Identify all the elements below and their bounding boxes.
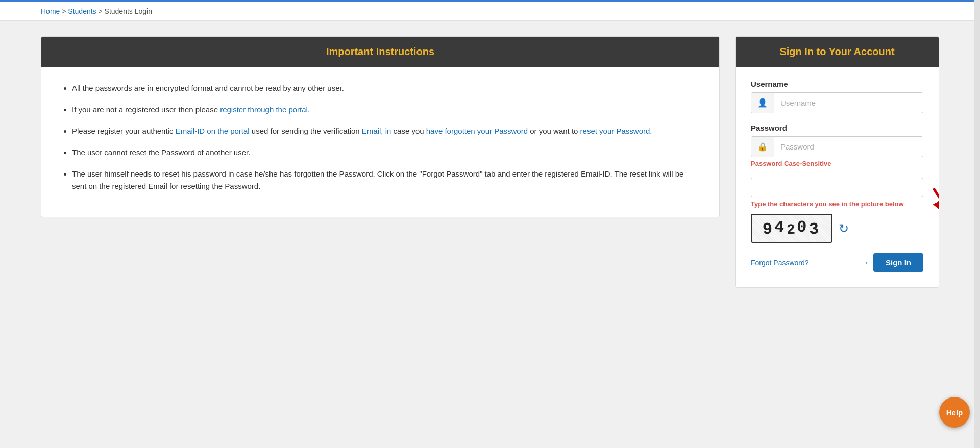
signin-title: Sign In to Your Account	[746, 46, 928, 58]
lock-icon: 🔒	[751, 137, 774, 157]
password-case-hint: Password Case-Sensitive	[751, 160, 923, 167]
instruction-item-3: Please register your authentic Email-ID …	[72, 125, 699, 137]
signin-button[interactable]: Sign In	[873, 253, 923, 272]
signin-actions: Forgot Password? → Sign In	[751, 253, 923, 272]
captcha-image: 94203	[751, 214, 832, 243]
help-button[interactable]: Help	[939, 397, 970, 428]
username-label: Username	[751, 80, 923, 88]
breadcrumb-students[interactable]: Students	[68, 7, 96, 15]
captcha-input-group: Type the characters you see in the pictu…	[751, 178, 923, 208]
instruction-item-5: The user himself needs to reset his pass…	[72, 168, 699, 192]
signin-body: Username 👤 Password 🔒 Password Case-Sens…	[736, 67, 939, 287]
captcha-input[interactable]	[751, 178, 923, 197]
instructions-header: Important Instructions	[41, 37, 719, 67]
instruction-item-2: If you are not a registered user then pl…	[72, 104, 699, 116]
forgot-password-link[interactable]: Forgot Password?	[751, 259, 809, 267]
instructions-body: All the passwords are in encrypted forma…	[41, 67, 719, 217]
user-icon: 👤	[751, 93, 774, 113]
breadcrumb-bar: Home > Students > Students Login	[0, 2, 980, 21]
password-input-wrapper: 🔒	[751, 136, 923, 157]
captcha-hint: Type the characters you see in the pictu…	[751, 200, 923, 208]
breadcrumb-current: Students Login	[105, 7, 152, 15]
breadcrumb-home[interactable]: Home	[41, 7, 60, 15]
signin-panel: Sign In to Your Account Username 👤 Passw…	[735, 36, 939, 288]
password-input[interactable]	[774, 137, 923, 156]
password-group: Password 🔒 Password Case-Sensitive	[751, 123, 923, 167]
instruction-item-1: All the passwords are in encrypted forma…	[72, 82, 699, 94]
svg-line-1	[934, 188, 939, 221]
instructions-panel: Important Instructions All the passwords…	[41, 36, 720, 217]
signin-right: → Sign In	[859, 253, 923, 272]
breadcrumb-separator2: >	[98, 7, 104, 15]
username-input-wrapper: 👤	[751, 92, 923, 113]
captcha-refresh-button[interactable]: ↻	[839, 221, 849, 236]
signin-arrow-icon: →	[859, 257, 869, 268]
instruction-item-4: The user cannot reset the Password of an…	[72, 146, 699, 159]
username-group: Username 👤	[751, 80, 923, 113]
username-input[interactable]	[774, 93, 923, 112]
scrollbar[interactable]	[974, 0, 980, 448]
instructions-title: Important Instructions	[52, 46, 709, 58]
breadcrumb-separator1: >	[62, 7, 66, 15]
password-label: Password	[751, 123, 923, 132]
signin-header: Sign In to Your Account	[736, 37, 939, 67]
captcha-row: 94203 ↻	[751, 214, 923, 243]
